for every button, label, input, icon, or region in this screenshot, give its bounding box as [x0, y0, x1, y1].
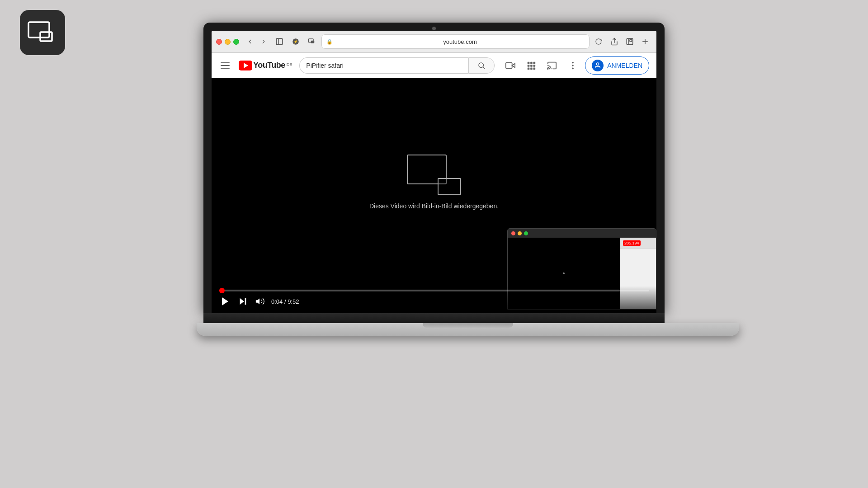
svg-rect-26	[533, 67, 536, 70]
controls-row: 0:04 / 9:52	[219, 295, 649, 308]
laptop-bottom-bar	[203, 313, 665, 323]
pip-inner-rect	[438, 178, 461, 195]
camera-dot	[432, 27, 436, 30]
video-time-display: 0:04 / 9:52	[271, 298, 299, 305]
youtube-logo-icon	[239, 61, 252, 70]
progress-dot	[219, 288, 225, 293]
yt-header-right: ANMELDEN	[502, 56, 649, 75]
lock-icon: 🔒	[326, 39, 333, 45]
svg-rect-7	[311, 41, 314, 43]
yt-user-icon	[592, 60, 604, 71]
play-button[interactable]	[219, 295, 231, 308]
pip-placeholder: Dieses Video wird Bild-in-Bild wiedergeg…	[369, 155, 499, 210]
nav-buttons	[244, 35, 270, 48]
yt-search-input[interactable]	[299, 57, 468, 74]
svg-point-31	[597, 63, 599, 65]
video-container[interactable]: Dieses Video wird Bild-in-Bild wiedergeg…	[212, 78, 656, 313]
video-progress-bar[interactable]	[219, 290, 649, 291]
hamburger-line	[221, 62, 230, 63]
svg-point-14	[479, 63, 484, 68]
youtube-header: YouTube DE	[212, 53, 656, 78]
yt-menu-button[interactable]	[219, 61, 231, 70]
pip-status-message: Dieses Video wird Bild-in-Bild wiedergeg…	[369, 202, 499, 210]
minimize-button[interactable]	[225, 39, 231, 45]
svg-rect-19	[530, 61, 533, 64]
forward-button[interactable]	[257, 35, 270, 48]
browser-chrome: ⚡ 🔒 youtube.com	[212, 31, 656, 53]
svg-point-27	[547, 68, 548, 69]
pip-toolbar-button[interactable]	[305, 35, 319, 48]
svg-rect-22	[530, 65, 533, 67]
volume-button[interactable]	[254, 296, 266, 307]
svg-marker-16	[512, 63, 515, 67]
hamburger-line	[221, 65, 230, 66]
svg-text:⚡: ⚡	[293, 39, 298, 44]
svg-marker-32	[222, 297, 228, 305]
sidebar-toggle-button[interactable]	[273, 35, 286, 48]
close-button[interactable]	[216, 39, 222, 45]
svg-marker-33	[240, 298, 244, 305]
video-controls: 0:04 / 9:52	[212, 286, 656, 313]
svg-point-29	[572, 65, 574, 66]
laptop-outer: ⚡ 🔒 youtube.com	[197, 23, 671, 465]
traffic-lights	[216, 39, 239, 45]
screen-inner: ⚡ 🔒 youtube.com	[212, 31, 656, 313]
pip-view-count: 285.194	[623, 240, 641, 246]
pip-app-icon-svg	[27, 17, 58, 48]
youtube-logo-text: YouTube	[253, 61, 285, 70]
next-button[interactable]	[237, 296, 249, 307]
maximize-button[interactable]	[233, 39, 239, 45]
yt-more-button[interactable]	[564, 57, 581, 74]
svg-rect-11	[630, 40, 632, 42]
svg-point-30	[572, 67, 574, 69]
svg-point-28	[572, 61, 574, 63]
svg-rect-2	[276, 38, 283, 45]
pip-maximize-btn[interactable]	[524, 231, 528, 235]
svg-rect-1	[40, 32, 52, 41]
yt-cast-button[interactable]	[543, 57, 561, 74]
svg-rect-24	[528, 67, 530, 70]
svg-rect-23	[533, 65, 536, 67]
svg-rect-0	[28, 22, 49, 38]
pip-video-dot	[563, 272, 565, 274]
reload-button[interactable]	[592, 35, 605, 48]
svg-marker-35	[256, 299, 259, 305]
laptop-notch	[423, 323, 513, 328]
pip-window-titlebar	[508, 229, 656, 238]
pipifier-app-icon	[20, 10, 65, 55]
pip-close-btn[interactable]	[511, 231, 515, 235]
add-tab-button[interactable]	[638, 35, 652, 48]
yt-search-button[interactable]	[468, 57, 495, 74]
new-tab-button[interactable]	[623, 35, 637, 48]
pip-minimize-btn[interactable]	[518, 231, 522, 235]
svg-rect-17	[506, 62, 512, 68]
toolbar-right-buttons	[608, 35, 652, 48]
yt-signin-button[interactable]: ANMELDEN	[585, 56, 649, 75]
svg-rect-25	[530, 67, 533, 70]
laptop-base	[197, 313, 671, 336]
laptop-foot	[197, 323, 739, 336]
svg-rect-20	[533, 61, 536, 64]
yt-upload-button[interactable]	[502, 57, 519, 74]
youtube-country-code: DE	[287, 62, 292, 67]
svg-line-15	[483, 67, 485, 68]
yt-signin-label: ANMELDEN	[607, 62, 642, 69]
laptop-screen-bezel: ⚡ 🔒 youtube.com	[203, 23, 665, 313]
svg-rect-18	[528, 61, 530, 64]
address-bar[interactable]: 🔒 youtube.com	[321, 34, 590, 49]
hamburger-line	[221, 68, 230, 69]
svg-rect-34	[245, 298, 246, 305]
pip-sidebar-header: 285.194	[620, 238, 656, 249]
share-button[interactable]	[608, 35, 621, 48]
svg-rect-21	[528, 65, 530, 67]
youtube-logo[interactable]: YouTube DE	[239, 61, 292, 70]
pip-icon	[407, 155, 461, 195]
url-display: youtube.com	[335, 38, 585, 45]
browser-toolbar: ⚡ 🔒 youtube.com	[212, 31, 656, 52]
extensions-button[interactable]: ⚡	[289, 35, 302, 48]
back-button[interactable]	[244, 35, 256, 48]
yt-search-form	[299, 57, 495, 74]
yt-apps-button[interactable]	[523, 57, 540, 74]
